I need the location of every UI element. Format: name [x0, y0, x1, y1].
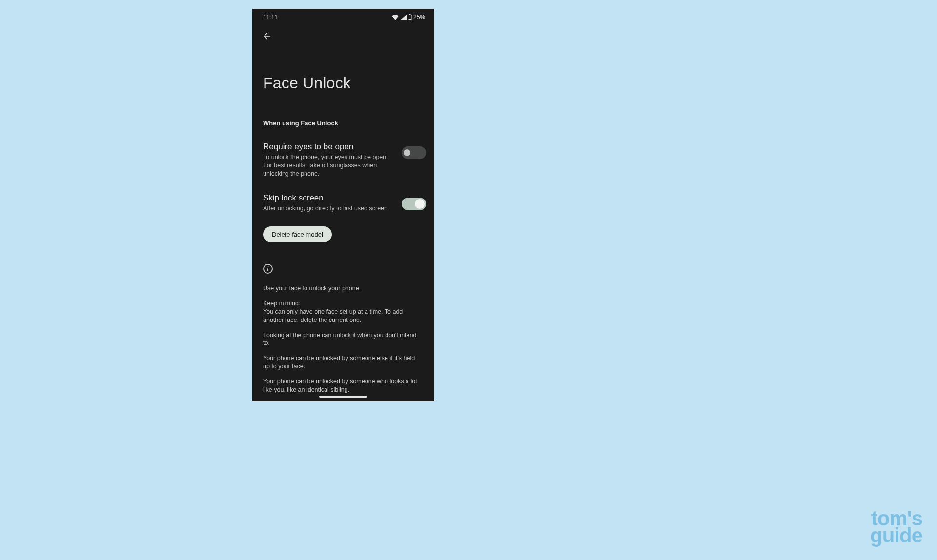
- page-title: Face Unlock: [252, 42, 434, 92]
- setting-title: Require eyes to be open: [263, 141, 396, 152]
- info-paragraph: Keep in mind: You can only have one face…: [263, 300, 423, 324]
- toggle-skip-lock[interactable]: [402, 198, 426, 210]
- nav-home-pill[interactable]: [319, 396, 367, 398]
- svg-rect-1: [409, 14, 410, 15]
- watermark-logo: tom's guide: [860, 510, 922, 544]
- info-section: i Use your face to unlock your phone. Ke…: [252, 242, 434, 394]
- setting-desc: To unlock the phone, your eyes must be o…: [263, 153, 396, 178]
- battery-icon: [408, 14, 412, 20]
- setting-require-eyes[interactable]: Require eyes to be open To unlock the ph…: [252, 127, 434, 178]
- battery-percent: 25%: [413, 14, 425, 20]
- status-time: 11:11: [263, 14, 278, 20]
- delete-face-model-button[interactable]: Delete face model: [263, 226, 332, 242]
- arrow-back-icon: [262, 31, 272, 41]
- info-icon: i: [263, 264, 273, 274]
- info-paragraph: Your phone can be unlocked by someone el…: [263, 354, 423, 371]
- wifi-icon: [392, 15, 399, 20]
- section-label: When using Face Unlock: [252, 92, 434, 127]
- signal-icon: [400, 15, 407, 20]
- toggle-knob: [404, 149, 410, 156]
- info-paragraph: Use your face to unlock your phone.: [263, 284, 423, 293]
- info-paragraph: Looking at the phone can unlock it when …: [263, 331, 423, 348]
- phone-screen: 11:11 25% Face Unlock When using Face Un…: [252, 9, 434, 401]
- toggle-require-eyes[interactable]: [402, 146, 426, 159]
- setting-title: Skip lock screen: [263, 193, 396, 203]
- toggle-knob: [415, 199, 425, 209]
- info-paragraph: Your phone can be unlocked by someone wh…: [263, 378, 423, 394]
- status-bar: 11:11 25%: [252, 9, 434, 23]
- status-icons: 25%: [392, 14, 425, 20]
- setting-desc: After unlocking, go directly to last use…: [263, 204, 396, 213]
- setting-skip-lock[interactable]: Skip lock screen After unlocking, go dir…: [252, 178, 434, 213]
- back-button[interactable]: [261, 30, 273, 42]
- svg-rect-2: [408, 19, 411, 20]
